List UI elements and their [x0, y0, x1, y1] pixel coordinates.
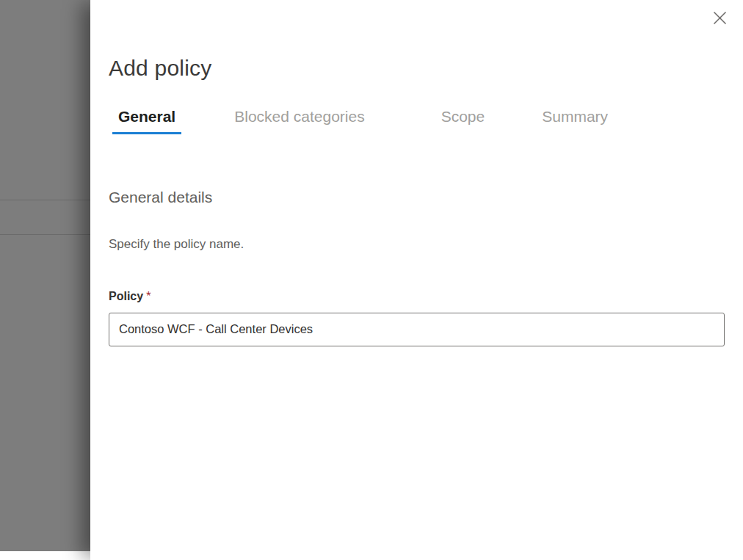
page-title: Add policy — [109, 56, 725, 81]
screen: Add policy General Blocked categories Sc… — [0, 0, 743, 560]
tab-scope[interactable]: Scope — [435, 108, 491, 134]
tab-general[interactable]: General — [112, 108, 181, 134]
section-title: General details — [109, 189, 725, 206]
add-policy-flyout: Add policy General Blocked categories Sc… — [90, 0, 743, 560]
policy-field-label: Policy* — [109, 290, 725, 303]
instruction-text: Specify the policy name. — [109, 237, 725, 252]
tab-blocked-categories[interactable]: Blocked categories — [228, 108, 370, 134]
flyout-content: Add policy General Blocked categories Sc… — [90, 56, 743, 560]
close-icon — [712, 10, 728, 26]
close-button[interactable] — [707, 5, 732, 30]
policy-name-input[interactable] — [109, 313, 725, 346]
background-row-divider — [0, 200, 90, 200]
tab-summary[interactable]: Summary — [536, 108, 614, 134]
tab-bar: General Blocked categories Scope Summary — [109, 108, 725, 134]
policy-label-text: Policy — [109, 290, 143, 302]
required-asterisk: * — [146, 290, 151, 302]
dimmed-background — [0, 0, 90, 551]
background-row-divider — [0, 234, 90, 235]
